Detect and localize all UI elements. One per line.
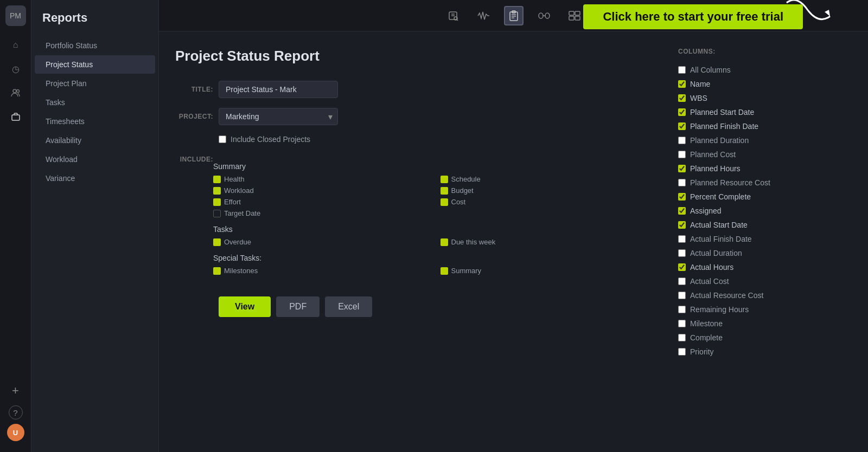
budget-checkbox[interactable] bbox=[441, 187, 448, 195]
svg-point-0 bbox=[13, 89, 16, 93]
col-actual-finish: Actual Finish Date bbox=[678, 232, 852, 246]
add-icon[interactable]: + bbox=[5, 380, 26, 401]
due-this-week-checkbox[interactable] bbox=[441, 238, 448, 246]
sidebar-item-project-plan[interactable]: Project Plan bbox=[35, 74, 155, 93]
cost-checkbox[interactable] bbox=[441, 198, 448, 206]
workload-checkbox[interactable] bbox=[213, 187, 221, 195]
col-actual-hours-checkbox[interactable] bbox=[678, 263, 686, 271]
svg-rect-2 bbox=[12, 115, 20, 120]
col-actual-resource-cost-checkbox[interactable] bbox=[678, 292, 686, 299]
include-schedule: Schedule bbox=[441, 175, 657, 183]
col-priority-checkbox[interactable] bbox=[678, 348, 686, 356]
svg-point-1 bbox=[16, 90, 19, 93]
title-row: TITLE: bbox=[175, 81, 656, 98]
sidebar-title: Reports bbox=[31, 11, 158, 36]
col-assigned: Assigned bbox=[678, 204, 852, 218]
action-buttons: View PDF Excel bbox=[219, 296, 656, 317]
col-planned-duration-checkbox[interactable] bbox=[678, 137, 686, 144]
include-content: Summary Health Schedule Workload bbox=[213, 154, 656, 280]
col-actual-cost: Actual Cost bbox=[678, 274, 852, 288]
sidebar-item-timesheets[interactable]: Timesheets bbox=[35, 112, 155, 131]
col-actual-duration-checkbox[interactable] bbox=[678, 249, 686, 257]
project-select-wrapper: Marketing Development Design Sales bbox=[219, 108, 338, 125]
sidebar-item-tasks[interactable]: Tasks bbox=[35, 93, 155, 112]
free-trial-banner[interactable]: Click here to start your free trial bbox=[583, 4, 803, 29]
col-actual-hours: Actual Hours bbox=[678, 260, 852, 274]
summary-checkbox[interactable] bbox=[441, 267, 448, 275]
include-effort: Effort bbox=[213, 198, 430, 206]
people-icon[interactable] bbox=[5, 82, 26, 103]
split-icon[interactable] bbox=[565, 6, 584, 25]
waveform-icon[interactable] bbox=[474, 6, 493, 25]
col-name: Name bbox=[678, 77, 852, 91]
sidebar-item-workload[interactable]: Workload bbox=[35, 150, 155, 169]
col-milestone-checkbox[interactable] bbox=[678, 320, 686, 327]
app-logo[interactable]: PM bbox=[5, 5, 26, 26]
col-wbs: WBS bbox=[678, 91, 852, 105]
col-actual-finish-checkbox[interactable] bbox=[678, 235, 686, 243]
col-planned-finish-checkbox[interactable] bbox=[678, 122, 686, 130]
milestones-checkbox[interactable] bbox=[213, 267, 221, 275]
col-actual-cost-checkbox[interactable] bbox=[678, 277, 686, 285]
clock-icon[interactable]: ◷ bbox=[5, 59, 26, 79]
include-workload: Workload bbox=[213, 186, 430, 195]
col-actual-duration: Actual Duration bbox=[678, 246, 852, 260]
main-area: Click here to start your free trial Proj… bbox=[159, 0, 868, 452]
col-planned-resource-cost-checkbox[interactable] bbox=[678, 179, 686, 186]
health-checkbox[interactable] bbox=[213, 176, 221, 183]
clipboard-icon[interactable] bbox=[504, 6, 524, 25]
special-tasks-grid: Milestones Summary bbox=[213, 267, 656, 275]
col-planned-cost-checkbox[interactable] bbox=[678, 151, 686, 158]
col-planned-duration: Planned Duration bbox=[678, 133, 852, 147]
sidebar-item-project-status[interactable]: Project Status bbox=[35, 55, 155, 74]
col-complete-checkbox[interactable] bbox=[678, 334, 686, 341]
svg-rect-15 bbox=[569, 11, 574, 15]
include-milestones: Milestones bbox=[213, 267, 430, 275]
help-icon[interactable]: ? bbox=[9, 405, 23, 419]
user-avatar[interactable]: U bbox=[7, 424, 24, 441]
sidebar-item-availability[interactable]: Availability bbox=[35, 131, 155, 150]
col-percent-complete-checkbox[interactable] bbox=[678, 193, 686, 201]
include-section: INCLUDE: Summary Health Schedule bbox=[175, 154, 656, 280]
title-input[interactable] bbox=[219, 81, 338, 98]
link-icon[interactable] bbox=[534, 6, 554, 25]
target-date-checkbox[interactable] bbox=[213, 210, 221, 217]
pdf-button[interactable]: PDF bbox=[276, 296, 320, 317]
col-planned-hours: Planned Hours bbox=[678, 162, 852, 176]
effort-checkbox[interactable] bbox=[213, 198, 221, 206]
col-name-checkbox[interactable] bbox=[678, 80, 686, 88]
magnify-report-icon[interactable] bbox=[443, 6, 463, 25]
col-assigned-checkbox[interactable] bbox=[678, 207, 686, 215]
all-columns-checkbox[interactable] bbox=[678, 66, 686, 74]
overdue-checkbox[interactable] bbox=[213, 238, 221, 246]
col-planned-start: Planned Start Date bbox=[678, 105, 852, 119]
col-planned-hours-checkbox[interactable] bbox=[678, 165, 686, 172]
col-wbs-checkbox[interactable] bbox=[678, 94, 686, 102]
home-icon[interactable]: ⌂ bbox=[5, 35, 26, 55]
svg-rect-18 bbox=[575, 16, 580, 20]
col-priority: Priority bbox=[678, 345, 852, 359]
col-planned-start-checkbox[interactable] bbox=[678, 108, 686, 116]
sidebar-item-variance[interactable]: Variance bbox=[35, 169, 155, 188]
col-remaining-hours-checkbox[interactable] bbox=[678, 306, 686, 313]
columns-scroll[interactable]: All Columns Name WBS Planned Start Date … bbox=[678, 63, 852, 366]
briefcase-icon[interactable] bbox=[5, 106, 26, 127]
col-actual-start-checkbox[interactable] bbox=[678, 221, 686, 229]
view-button[interactable]: View bbox=[219, 296, 271, 317]
schedule-checkbox[interactable] bbox=[441, 176, 448, 183]
include-closed-checkbox[interactable] bbox=[219, 135, 226, 143]
col-planned-cost: Planned Cost bbox=[678, 147, 852, 162]
svg-rect-14 bbox=[545, 13, 550, 18]
all-columns-item: All Columns bbox=[678, 63, 852, 77]
include-summary: Summary bbox=[441, 267, 657, 275]
col-percent-complete: Percent Complete bbox=[678, 190, 852, 204]
content-area: Project Status Report TITLE: PROJECT: Ma… bbox=[159, 31, 868, 452]
include-closed-row: Include Closed Projects bbox=[219, 135, 656, 144]
excel-button[interactable]: Excel bbox=[325, 296, 372, 317]
svg-rect-16 bbox=[575, 11, 580, 15]
project-select[interactable]: Marketing Development Design Sales bbox=[219, 108, 338, 125]
tasks-grid: Overdue Due this week bbox=[213, 238, 656, 246]
include-label: INCLUDE: bbox=[175, 154, 213, 280]
sidebar-item-portfolio[interactable]: Portfolio Status bbox=[35, 36, 155, 55]
title-label: TITLE: bbox=[175, 86, 213, 93]
